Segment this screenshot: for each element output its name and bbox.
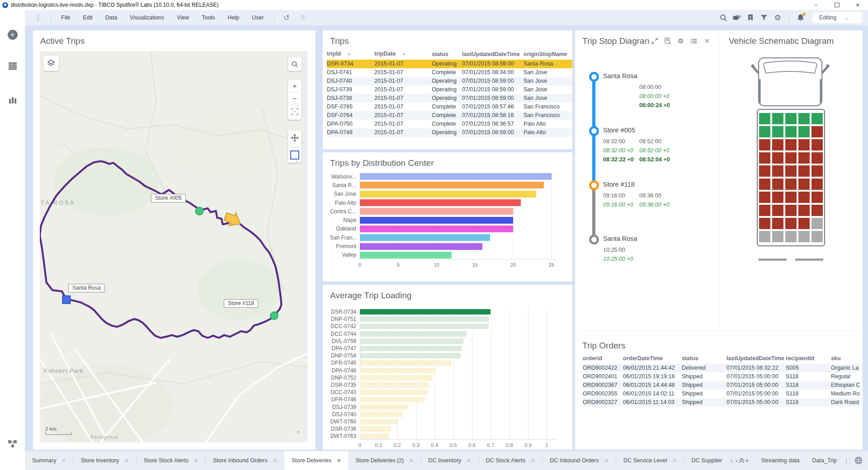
sort-caret-icon[interactable]: ▼ <box>347 52 351 56</box>
cargo-cell[interactable] <box>772 205 783 216</box>
close-tab-icon[interactable]: ✕ <box>409 458 413 464</box>
bar[interactable] <box>360 412 403 417</box>
column-header-originStopName[interactable]: originStopName <box>524 49 572 60</box>
cargo-cell[interactable] <box>798 165 810 177</box>
cargo-cell[interactable] <box>798 139 810 150</box>
table-row[interactable]: ORD900235506/01/2015 14:02:11Shipped07/0… <box>583 390 860 398</box>
bar[interactable] <box>360 375 433 381</box>
bar[interactable] <box>360 243 482 250</box>
cargo-cell[interactable] <box>785 165 797 177</box>
bar[interactable] <box>360 182 544 188</box>
settings-gear-icon[interactable]: ⚙ <box>772 12 783 24</box>
cargo-cell[interactable] <box>772 179 783 190</box>
cargo-cell[interactable] <box>798 218 810 229</box>
cargo-cell[interactable] <box>798 192 810 203</box>
bar[interactable] <box>360 433 389 439</box>
stop-marker[interactable] <box>589 126 599 136</box>
cargo-cell[interactable] <box>785 205 797 216</box>
layers-button[interactable] <box>43 56 59 71</box>
more-options-icon[interactable]: ⋮ <box>843 451 849 470</box>
cargo-cell[interactable] <box>798 152 810 164</box>
bar[interactable] <box>360 390 428 395</box>
redo-button[interactable]: ↻ <box>295 13 312 23</box>
menu-data[interactable]: Data <box>99 10 123 25</box>
cargo-cell[interactable] <box>759 113 770 124</box>
menu-file[interactable]: File <box>55 10 76 25</box>
cargo-cell[interactable] <box>811 126 823 137</box>
menu-view[interactable]: View <box>170 10 195 25</box>
cargo-cell[interactable] <box>785 126 797 137</box>
tab-store-inventory[interactable]: Store Inventory✕ <box>74 451 136 470</box>
cargo-cell[interactable] <box>785 113 797 124</box>
cargo-cell[interactable] <box>785 192 797 203</box>
expand-icon[interactable] <box>651 38 658 44</box>
close-tab-icon[interactable]: ✕ <box>672 458 676 464</box>
avg-trip-loading-chart[interactable]: DSR-0734DNP-0751DCC-0742DCC-0744DVL-0759… <box>330 308 572 450</box>
tab-dc-service-level[interactable]: DC Service Level✕ <box>616 451 684 470</box>
cargo-cell[interactable] <box>798 205 810 216</box>
bar[interactable] <box>360 397 425 402</box>
bar[interactable] <box>360 338 463 344</box>
column-header-orderDateTime[interactable]: orderDateTime <box>623 353 682 364</box>
bar[interactable] <box>360 226 513 232</box>
column-header-tripDate[interactable]: tripDate▼ <box>374 48 432 60</box>
attribution-icon[interactable]: © <box>295 429 302 436</box>
table-row[interactable]: ORD900242206/01/2015 21:44:42Delivered07… <box>583 364 860 372</box>
details-icon[interactable] <box>665 38 671 44</box>
cargo-cell[interactable] <box>811 165 823 177</box>
trips-by-dc-chart[interactable]: Watsonv...Santa R...San JosePalo AltoCon… <box>330 172 572 269</box>
cargo-cell[interactable] <box>772 192 783 203</box>
rectangle-select-button[interactable]: ⌄ <box>290 147 299 163</box>
table-row[interactable]: ORD900236706/01/2015 14:44:48Shipped07/0… <box>583 381 860 390</box>
cargo-cell[interactable] <box>759 192 770 203</box>
reset-zoom-button[interactable] <box>291 105 298 120</box>
cargo-cell[interactable] <box>772 139 783 150</box>
table-row[interactable]: ORD900232706/01/2015 11:14:03Shipped07/0… <box>583 398 860 407</box>
cargo-cell[interactable] <box>759 179 770 190</box>
more-menu-icon[interactable]: ⋮ <box>25 14 47 22</box>
bar[interactable] <box>360 368 435 373</box>
column-header-tripId[interactable]: tripId▼ <box>327 48 374 60</box>
cargo-cell[interactable] <box>785 139 797 150</box>
globe-icon[interactable] <box>854 456 863 465</box>
data-canvas-icon[interactable] <box>0 438 25 448</box>
scroll-tabs-left-icon[interactable]: ‹ <box>729 451 734 470</box>
stop-marker[interactable] <box>589 180 599 190</box>
close-tab-icon[interactable]: ✕ <box>337 458 341 464</box>
cargo-cell[interactable] <box>759 152 770 164</box>
table-row[interactable]: DSJ-07402015-01-07Operating07/01/2015 08… <box>327 77 572 85</box>
cargo-cell[interactable] <box>811 231 823 242</box>
table-row[interactable]: DPA-07492015-01-07Operating07/01/2015 08… <box>327 128 572 137</box>
menu-user[interactable]: User <box>245 10 270 25</box>
tab-dc-inventory[interactable]: DC Inventory✕ <box>421 451 478 470</box>
bar[interactable] <box>360 346 462 351</box>
search-icon[interactable] <box>717 12 729 24</box>
cargo-cell[interactable] <box>759 126 770 137</box>
cargo-cell[interactable] <box>811 205 823 216</box>
column-header-orderId[interactable]: orderId <box>583 353 623 364</box>
table-row[interactable]: DSF-07652015-01-07Complete07/01/2015 08:… <box>327 103 572 111</box>
collapse-tabs-icon[interactable] <box>739 451 745 470</box>
close-tab-icon[interactable]: ✕ <box>194 458 198 464</box>
list-icon[interactable] <box>690 38 697 44</box>
visualizations-chart-icon[interactable] <box>0 96 25 104</box>
bar[interactable] <box>360 426 391 432</box>
sort-caret-icon[interactable]: ▼ <box>402 52 406 56</box>
data-tab-data-trip[interactable]: Data_Trip <box>806 451 843 470</box>
tab-dc-supplier[interactable]: DC Supplier <box>684 451 729 470</box>
bar[interactable] <box>360 324 489 329</box>
cargo-cell[interactable] <box>772 231 783 242</box>
settings-gear-icon[interactable]: ⚙ <box>678 38 684 44</box>
close-button[interactable]: ✕ <box>847 0 868 10</box>
tab-summary[interactable]: Summary✕ <box>25 451 73 470</box>
table-row[interactable]: DPA-07502015-01-07Complete07/01/2015 08:… <box>327 120 572 128</box>
close-tab-icon[interactable]: ✕ <box>273 458 277 464</box>
bookmark-icon[interactable]: ★ <box>745 12 756 24</box>
bar[interactable] <box>360 382 429 388</box>
zoom-out-button[interactable]: − <box>292 93 297 105</box>
comments-icon[interactable] <box>731 12 743 24</box>
cargo-cell[interactable] <box>759 165 770 177</box>
data-table-icon[interactable] <box>0 62 25 70</box>
cargo-cell[interactable] <box>785 231 797 242</box>
tab-store-inbound-orders[interactable]: Store Inbound Orders✕ <box>206 451 284 470</box>
